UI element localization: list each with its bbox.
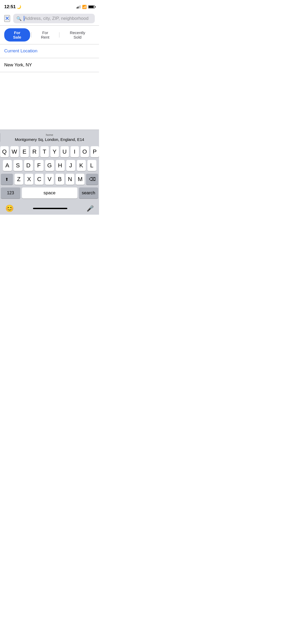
signal-icon [77, 5, 81, 8]
status-bar: 12:51 🌙 📶 [0, 0, 99, 12]
search-header: ✕ 🔍 Address, city, ZIP, neighborhood [0, 12, 99, 25]
keyboard-row-1: Q W E R T Y U I O P [1, 146, 98, 157]
keyboard-row-2: A S D F G H J K L [1, 160, 98, 171]
status-icons: 📶 [77, 5, 95, 9]
filter-tabs: For Sale For Rent Recently Sold [0, 26, 99, 44]
time-label: 12:51 [4, 4, 16, 10]
numbers-key[interactable]: 123 [1, 187, 20, 199]
key-o[interactable]: O [81, 146, 89, 157]
key-r[interactable]: R [30, 146, 39, 157]
tab-recently-sold[interactable]: Recently Sold [60, 28, 95, 42]
tab-for-sale[interactable]: For Sale [4, 28, 30, 42]
emoji-button[interactable]: 😊 [5, 204, 14, 213]
key-g[interactable]: G [45, 160, 54, 171]
key-c[interactable]: C [35, 174, 44, 185]
key-s[interactable]: S [13, 160, 22, 171]
key-w[interactable]: W [10, 146, 19, 157]
current-location-item[interactable]: Current Location [0, 44, 99, 58]
space-key[interactable]: space [22, 187, 77, 199]
mic-button[interactable]: 🎤 [87, 205, 94, 212]
key-k[interactable]: K [77, 160, 86, 171]
close-button[interactable]: ✕ [4, 15, 10, 22]
key-h[interactable]: H [56, 160, 65, 171]
key-b[interactable]: B [55, 174, 64, 185]
key-n[interactable]: N [66, 174, 74, 185]
key-y[interactable]: Y [50, 146, 59, 157]
key-j[interactable]: J [66, 160, 75, 171]
search-key[interactable]: search [79, 187, 98, 199]
tab-for-rent[interactable]: For Rent [32, 28, 58, 42]
key-f[interactable]: F [35, 160, 44, 171]
moon-icon: 🌙 [17, 5, 21, 9]
key-t[interactable]: T [40, 146, 49, 157]
keyboard-rows: Q W E R T Y U I O P A S D F G H J K L ⬆ … [0, 145, 99, 202]
suggestion-value: Montgomery Sq, London, England, E14 [2, 137, 97, 142]
recent-divider [0, 72, 99, 72]
search-input[interactable]: Address, city, ZIP, neighborhood [24, 16, 92, 21]
suggestion-bar: home Montgomery Sq, London, England, E14 [0, 130, 99, 145]
keyboard-bottom: 😊 🎤 [0, 202, 99, 215]
key-p[interactable]: P [91, 146, 99, 157]
search-input-wrap[interactable]: 🔍 Address, city, ZIP, neighborhood [13, 14, 95, 23]
key-e[interactable]: E [20, 146, 29, 157]
key-x[interactable]: X [25, 174, 34, 185]
keyboard-row-4: 123 space search [1, 187, 98, 199]
key-u[interactable]: U [60, 146, 69, 157]
key-i[interactable]: I [70, 146, 79, 157]
backspace-key[interactable]: ⌫ [86, 174, 98, 185]
recent-search-item[interactable]: New York, NY [0, 58, 99, 72]
keyboard-row-3: ⬆ Z X C V B N M ⌫ [1, 174, 98, 185]
suggestion-item[interactable]: home Montgomery Sq, London, England, E14 [0, 132, 99, 143]
battery-icon [88, 5, 95, 8]
wifi-icon: 📶 [82, 5, 87, 9]
key-q[interactable]: Q [0, 146, 9, 157]
key-v[interactable]: V [45, 174, 54, 185]
key-d[interactable]: D [24, 160, 33, 171]
status-time: 12:51 🌙 [4, 4, 21, 10]
key-m[interactable]: M [76, 174, 84, 185]
key-l[interactable]: L [87, 160, 96, 171]
home-indicator [33, 208, 67, 209]
shift-key[interactable]: ⬆ [1, 174, 13, 185]
suggestion-label: home [2, 133, 97, 137]
keyboard: home Montgomery Sq, London, England, E14… [0, 130, 99, 215]
search-icon: 🔍 [16, 16, 22, 21]
key-a[interactable]: A [3, 160, 12, 171]
search-placeholder: Address, city, ZIP, neighborhood [24, 16, 88, 21]
key-z[interactable]: Z [15, 174, 23, 185]
